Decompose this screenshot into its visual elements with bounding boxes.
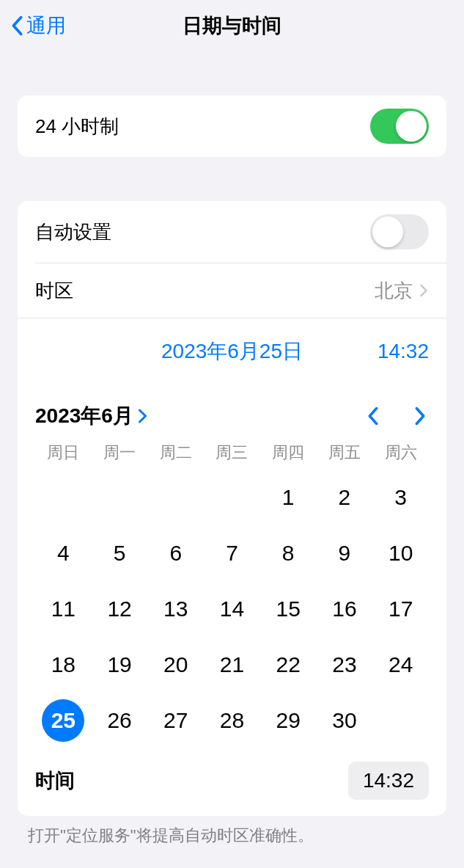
time-format-toggle[interactable]	[370, 109, 429, 144]
time-select-value: 14:32	[363, 769, 414, 792]
day-cell[interactable]: 20	[147, 637, 204, 693]
section-time-format: 24 小时制	[18, 95, 446, 157]
day-cell[interactable]: 1	[260, 470, 317, 525]
day-cell[interactable]: 27	[147, 693, 204, 748]
day-cell[interactable]: 14	[204, 581, 260, 637]
day-cell[interactable]: 18	[35, 637, 92, 693]
weekday-label: 周四	[260, 442, 317, 464]
day-cell[interactable]: 23	[317, 637, 373, 693]
weekday-label: 周二	[147, 442, 204, 464]
day-cell[interactable]: 16	[317, 581, 373, 637]
month-selector[interactable]: 2023年6月	[35, 402, 148, 430]
day-cell[interactable]: 24	[372, 637, 429, 693]
timezone-value-wrap: 北京	[375, 278, 429, 304]
time-select-button[interactable]: 14:32	[348, 762, 429, 800]
calendar-header: 2023年6月	[35, 384, 429, 442]
day-cell[interactable]: 17	[372, 581, 429, 637]
time-row-label: 时间	[35, 767, 75, 794]
day-cell[interactable]: 8	[260, 525, 317, 581]
day-cell[interactable]: 6	[147, 525, 204, 581]
timezone-label: 时区	[35, 278, 73, 304]
calendar-grid: 1234567891011121314151617181920212223242…	[35, 470, 429, 748]
page-title: 日期与时间	[183, 12, 281, 39]
day-cell-empty	[92, 470, 148, 525]
day-cell[interactable]: 28	[204, 693, 260, 748]
weekday-label: 周三	[204, 442, 260, 464]
weekday-label: 周六	[372, 442, 429, 464]
time-format-label: 24 小时制	[35, 114, 119, 139]
day-cell[interactable]: 9	[317, 525, 373, 581]
day-cell[interactable]: 3	[372, 470, 429, 525]
day-cell[interactable]: 21	[204, 637, 260, 693]
day-cell[interactable]: 5	[92, 525, 148, 581]
day-cell[interactable]: 22	[260, 637, 317, 693]
date-picker-button[interactable]: 2023年6月25日	[35, 338, 356, 365]
day-cell[interactable]: 15	[260, 581, 317, 637]
auto-set-label: 自动设置	[35, 219, 111, 245]
row-timezone[interactable]: 时区 北京	[18, 263, 446, 318]
weekday-label: 周五	[317, 442, 373, 464]
toggle-knob-icon	[396, 111, 427, 142]
back-button[interactable]: 通用	[0, 12, 66, 39]
day-cell[interactable]: 12	[92, 581, 148, 637]
time-picker-button[interactable]: 14:32	[356, 340, 429, 363]
next-month-button[interactable]	[411, 407, 429, 425]
day-cell[interactable]: 29	[260, 693, 317, 748]
chevron-right-icon	[138, 409, 148, 423]
chevron-right-icon	[419, 283, 429, 298]
day-cell[interactable]: 7	[204, 525, 260, 581]
month-label: 2023年6月	[35, 402, 133, 430]
weekday-label: 周一	[92, 442, 148, 464]
section-datetime-settings: 自动设置 时区 北京 2023年6月25日 14:32 2023年6月	[18, 201, 446, 816]
header-bar: 通用 日期与时间	[0, 0, 464, 51]
day-cell[interactable]: 26	[92, 693, 148, 748]
day-cell-empty	[35, 470, 92, 525]
day-cell-empty	[147, 470, 204, 525]
day-cell[interactable]: 10	[372, 525, 429, 581]
auto-set-toggle[interactable]	[370, 214, 429, 249]
prev-month-button[interactable]	[364, 407, 382, 425]
row-auto-set: 自动设置	[18, 201, 446, 263]
row-datetime-preview: 2023年6月25日 14:32	[18, 318, 446, 384]
back-chevron-icon	[9, 15, 25, 36]
weekday-header: 周日周一周二周三周四周五周六	[35, 442, 429, 470]
back-label: 通用	[26, 12, 66, 39]
day-cell[interactable]: 25	[35, 693, 92, 748]
toggle-knob-icon	[372, 216, 403, 247]
day-cell[interactable]: 19	[92, 637, 148, 693]
row-time-select: 时间 14:32	[18, 748, 446, 816]
footer-note: 打开"定位服务"将提高自动时区准确性。	[0, 816, 464, 847]
weekday-label: 周日	[35, 442, 92, 464]
day-cell[interactable]: 11	[35, 581, 92, 637]
day-cell[interactable]: 2	[317, 470, 373, 525]
day-cell[interactable]: 4	[35, 525, 92, 581]
month-nav-arrows	[364, 407, 429, 425]
day-cell-empty	[204, 470, 260, 525]
day-cell[interactable]: 13	[147, 581, 204, 637]
timezone-value: 北京	[375, 278, 413, 304]
day-cell[interactable]: 30	[317, 693, 373, 748]
row-24-hour-format: 24 小时制	[18, 95, 446, 157]
